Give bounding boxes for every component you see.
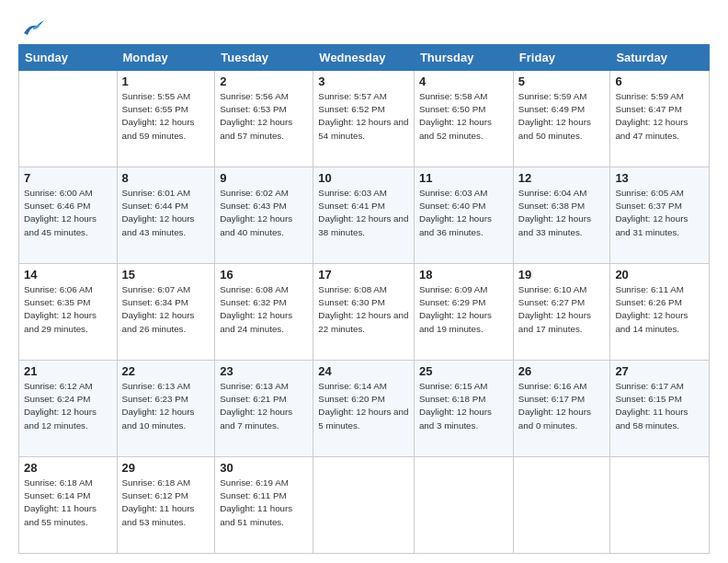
- day-info: Sunrise: 6:13 AMSunset: 6:21 PMDaylight:…: [220, 380, 308, 432]
- calendar-cell: [513, 457, 610, 554]
- weekday-header-friday: Friday: [513, 45, 610, 71]
- weekday-header-sunday: Sunday: [19, 45, 118, 71]
- header: [18, 17, 710, 37]
- day-info: Sunrise: 6:18 AMSunset: 6:12 PMDaylight:…: [122, 477, 210, 529]
- weekday-header-monday: Monday: [117, 45, 215, 71]
- day-number: 3: [318, 75, 409, 88]
- calendar-cell: 6Sunrise: 5:59 AMSunset: 6:47 PMDaylight…: [610, 71, 710, 167]
- logo: [18, 17, 46, 37]
- day-info: Sunrise: 6:12 AMSunset: 6:24 PMDaylight:…: [24, 380, 112, 432]
- calendar-cell: 28Sunrise: 6:18 AMSunset: 6:14 PMDayligh…: [19, 457, 118, 554]
- calendar-cell: 7Sunrise: 6:00 AMSunset: 6:46 PMDaylight…: [19, 167, 118, 264]
- calendar-cell: [610, 457, 710, 554]
- calendar-cell: 9Sunrise: 6:02 AMSunset: 6:43 PMDaylight…: [215, 167, 313, 264]
- day-number: 9: [220, 171, 308, 185]
- day-info: Sunrise: 5:55 AMSunset: 6:55 PMDaylight:…: [122, 90, 210, 143]
- page: SundayMondayTuesdayWednesdayThursdayFrid…: [0, 0, 728, 563]
- calendar-week-row: 7Sunrise: 6:00 AMSunset: 6:46 PMDaylight…: [19, 167, 710, 264]
- weekday-header-saturday: Saturday: [610, 45, 710, 71]
- day-number: 11: [419, 171, 508, 185]
- day-info: Sunrise: 6:03 AMSunset: 6:40 PMDaylight:…: [419, 187, 508, 239]
- day-number: 14: [24, 268, 112, 282]
- logo-bird-icon: [20, 17, 46, 37]
- calendar-cell: 26Sunrise: 6:16 AMSunset: 6:17 PMDayligh…: [513, 361, 610, 457]
- day-number: 4: [419, 75, 508, 88]
- day-info: Sunrise: 5:59 AMSunset: 6:49 PMDaylight:…: [518, 90, 606, 143]
- day-number: 18: [419, 268, 508, 282]
- calendar-body: 1Sunrise: 5:55 AMSunset: 6:55 PMDaylight…: [19, 71, 710, 554]
- calendar-cell: 11Sunrise: 6:03 AMSunset: 6:40 PMDayligh…: [414, 167, 513, 264]
- day-number: 30: [220, 461, 308, 475]
- day-info: Sunrise: 5:57 AMSunset: 6:52 PMDaylight:…: [318, 90, 409, 143]
- calendar-cell: 1Sunrise: 5:55 AMSunset: 6:55 PMDaylight…: [117, 71, 215, 167]
- calendar-cell: [313, 457, 415, 554]
- weekday-header-wednesday: Wednesday: [313, 45, 415, 71]
- day-number: 20: [615, 268, 704, 282]
- day-number: 12: [518, 171, 606, 185]
- day-info: Sunrise: 6:00 AMSunset: 6:46 PMDaylight:…: [24, 187, 112, 239]
- day-info: Sunrise: 6:05 AMSunset: 6:37 PMDaylight:…: [615, 187, 704, 239]
- day-info: Sunrise: 6:07 AMSunset: 6:34 PMDaylight:…: [122, 283, 210, 336]
- day-info: Sunrise: 6:04 AMSunset: 6:38 PMDaylight:…: [518, 187, 606, 239]
- day-number: 7: [24, 171, 112, 185]
- day-info: Sunrise: 6:15 AMSunset: 6:18 PMDaylight:…: [419, 380, 508, 432]
- calendar-cell: 17Sunrise: 6:08 AMSunset: 6:30 PMDayligh…: [313, 264, 415, 361]
- calendar-week-row: 21Sunrise: 6:12 AMSunset: 6:24 PMDayligh…: [19, 361, 710, 457]
- day-number: 16: [220, 268, 308, 282]
- day-number: 21: [24, 364, 112, 378]
- calendar-cell: 19Sunrise: 6:10 AMSunset: 6:27 PMDayligh…: [513, 264, 610, 361]
- calendar-cell: 24Sunrise: 6:14 AMSunset: 6:20 PMDayligh…: [313, 361, 415, 457]
- day-info: Sunrise: 6:06 AMSunset: 6:35 PMDaylight:…: [24, 283, 112, 336]
- day-info: Sunrise: 6:17 AMSunset: 6:15 PMDaylight:…: [615, 380, 704, 432]
- day-info: Sunrise: 6:19 AMSunset: 6:11 PMDaylight:…: [220, 477, 308, 529]
- day-info: Sunrise: 6:09 AMSunset: 6:29 PMDaylight:…: [419, 283, 508, 336]
- calendar-cell: 15Sunrise: 6:07 AMSunset: 6:34 PMDayligh…: [117, 264, 215, 361]
- day-number: 23: [220, 364, 308, 378]
- calendar-cell: 21Sunrise: 6:12 AMSunset: 6:24 PMDayligh…: [19, 361, 118, 457]
- calendar-cell: 14Sunrise: 6:06 AMSunset: 6:35 PMDayligh…: [19, 264, 118, 361]
- day-info: Sunrise: 6:18 AMSunset: 6:14 PMDaylight:…: [24, 477, 112, 529]
- day-info: Sunrise: 5:59 AMSunset: 6:47 PMDaylight:…: [615, 90, 704, 143]
- day-info: Sunrise: 6:14 AMSunset: 6:20 PMDaylight:…: [318, 380, 409, 432]
- calendar-cell: 8Sunrise: 6:01 AMSunset: 6:44 PMDaylight…: [117, 167, 215, 264]
- calendar-cell: 25Sunrise: 6:15 AMSunset: 6:18 PMDayligh…: [414, 361, 513, 457]
- calendar-cell: 2Sunrise: 5:56 AMSunset: 6:53 PMDaylight…: [215, 71, 313, 167]
- calendar-cell: 27Sunrise: 6:17 AMSunset: 6:15 PMDayligh…: [610, 361, 710, 457]
- day-number: 6: [615, 75, 704, 88]
- day-number: 15: [122, 268, 210, 282]
- day-info: Sunrise: 5:58 AMSunset: 6:50 PMDaylight:…: [419, 90, 508, 143]
- day-number: 5: [518, 75, 606, 88]
- calendar-cell: 20Sunrise: 6:11 AMSunset: 6:26 PMDayligh…: [610, 264, 710, 361]
- calendar-header-row: SundayMondayTuesdayWednesdayThursdayFrid…: [19, 45, 710, 71]
- day-number: 24: [318, 364, 409, 378]
- day-info: Sunrise: 6:13 AMSunset: 6:23 PMDaylight:…: [122, 380, 210, 432]
- day-number: 10: [318, 171, 409, 185]
- calendar-cell: 22Sunrise: 6:13 AMSunset: 6:23 PMDayligh…: [117, 361, 215, 457]
- day-number: 1: [122, 75, 210, 88]
- day-info: Sunrise: 6:03 AMSunset: 6:41 PMDaylight:…: [318, 187, 409, 239]
- day-info: Sunrise: 6:08 AMSunset: 6:32 PMDaylight:…: [220, 283, 308, 336]
- day-number: 22: [122, 364, 210, 378]
- calendar-cell: 5Sunrise: 5:59 AMSunset: 6:49 PMDaylight…: [513, 71, 610, 167]
- day-number: 2: [220, 75, 308, 88]
- weekday-header-thursday: Thursday: [414, 45, 513, 71]
- calendar-cell: 18Sunrise: 6:09 AMSunset: 6:29 PMDayligh…: [414, 264, 513, 361]
- calendar-cell: 12Sunrise: 6:04 AMSunset: 6:38 PMDayligh…: [513, 167, 610, 264]
- calendar-cell: 4Sunrise: 5:58 AMSunset: 6:50 PMDaylight…: [414, 71, 513, 167]
- calendar-cell: 3Sunrise: 5:57 AMSunset: 6:52 PMDaylight…: [313, 71, 415, 167]
- day-info: Sunrise: 6:02 AMSunset: 6:43 PMDaylight:…: [220, 187, 308, 239]
- day-number: 27: [615, 364, 704, 378]
- day-info: Sunrise: 6:16 AMSunset: 6:17 PMDaylight:…: [518, 380, 606, 432]
- day-info: Sunrise: 6:10 AMSunset: 6:27 PMDaylight:…: [518, 283, 606, 336]
- calendar-cell: [414, 457, 513, 554]
- day-number: 19: [518, 268, 606, 282]
- calendar-cell: 13Sunrise: 6:05 AMSunset: 6:37 PMDayligh…: [610, 167, 710, 264]
- weekday-header-tuesday: Tuesday: [215, 45, 313, 71]
- day-info: Sunrise: 6:01 AMSunset: 6:44 PMDaylight:…: [122, 187, 210, 239]
- calendar-week-row: 1Sunrise: 5:55 AMSunset: 6:55 PMDaylight…: [19, 71, 710, 167]
- calendar-cell: [19, 71, 118, 167]
- calendar-week-row: 28Sunrise: 6:18 AMSunset: 6:14 PMDayligh…: [19, 457, 710, 554]
- day-number: 28: [24, 461, 112, 475]
- calendar-cell: 29Sunrise: 6:18 AMSunset: 6:12 PMDayligh…: [117, 457, 215, 554]
- day-number: 8: [122, 171, 210, 185]
